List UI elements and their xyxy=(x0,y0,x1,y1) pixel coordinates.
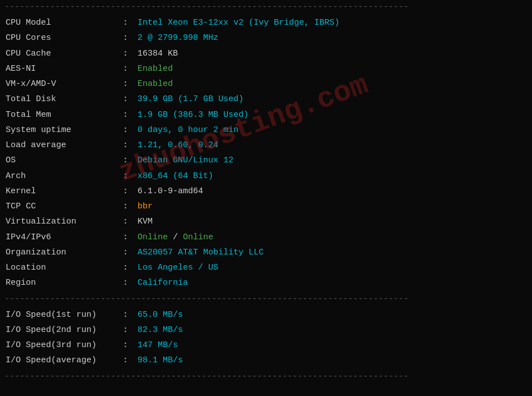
table-row: CPU Cache : 16384 KB xyxy=(0,46,532,61)
table-row: VM-x/AMD-V : Enabled xyxy=(0,76,532,92)
colon: : xyxy=(118,276,128,289)
value-total-mem: 1.9 GB (386.3 MB Used) xyxy=(132,108,249,121)
label-tcp-cc: TCP CC xyxy=(6,200,118,213)
value-location: Los Angeles / US xyxy=(132,261,218,274)
system-info-section: CPU Model : Intel Xeon E3-12xx v2 (Ivy B… xyxy=(0,14,532,292)
label-cpu-model: CPU Model xyxy=(6,16,118,29)
table-row: CPU Cores : 2 @ 2799.998 MHz xyxy=(0,30,532,45)
label-aes-ni: AES-NI xyxy=(6,62,118,75)
colon: : xyxy=(118,339,128,352)
colon: : xyxy=(118,261,128,274)
label-location: Location xyxy=(6,261,118,274)
label-os: OS xyxy=(6,154,118,167)
label-io-2nd: I/O Speed(2nd run) xyxy=(6,324,118,336)
value-ipv4-ipv6: Online xyxy=(132,231,168,244)
table-row: IPv4/IPv6 : Online / Online xyxy=(0,230,532,245)
label-io-1st: I/O Speed(1st run) xyxy=(6,308,118,321)
value-total-disk: 39.9 GB (1.7 GB Used) xyxy=(132,93,244,106)
value-cpu-model: Intel Xeon E3-12xx v2 (Ivy Bridge, IBRS) xyxy=(132,16,340,29)
table-row: Total Mem : 1.9 GB (386.3 MB Used) xyxy=(0,107,532,122)
table-row: TCP CC : bbr xyxy=(0,199,532,214)
value-kernel: 6.1.0-9-amd64 xyxy=(132,185,203,198)
value-io-1st: 65.0 MB/s xyxy=(132,308,183,321)
label-cpu-cache: CPU Cache xyxy=(6,47,118,60)
terminal: zhuohosting.com ------------------------… xyxy=(0,0,532,384)
label-cpu-cores: CPU Cores xyxy=(6,31,118,44)
label-ipv4-ipv6: IPv4/IPv6 xyxy=(6,231,118,244)
value-vmx: Enabled xyxy=(132,78,173,90)
table-row: Virtualization : KVM xyxy=(0,214,532,229)
value-region: California xyxy=(132,276,188,289)
value-arch: x86_64 (64 Bit) xyxy=(132,170,213,183)
value-tcp-cc: bbr xyxy=(132,200,153,213)
label-total-disk: Total Disk xyxy=(6,93,118,106)
value-system-uptime: 0 days, 0 hour 2 min xyxy=(132,124,239,136)
table-row: I/O Speed(2nd run) : 82.3 MB/s xyxy=(0,322,532,338)
label-io-3rd: I/O Speed(3rd run) xyxy=(6,339,118,352)
table-row: I/O Speed(3rd run) : 147 MB/s xyxy=(0,338,532,353)
colon: : xyxy=(118,246,128,259)
colon: : xyxy=(118,154,128,167)
label-io-avg: I/O Speed(average) xyxy=(6,354,118,367)
table-row: AES-NI : Enabled xyxy=(0,61,532,76)
table-row: I/O Speed(1st run) : 65.0 MB/s xyxy=(0,307,532,322)
colon: : xyxy=(118,354,128,367)
label-region: Region xyxy=(6,276,118,289)
table-row: Total Disk : 39.9 GB (1.7 GB Used) xyxy=(0,92,532,107)
value-organization: AS20057 AT&T Mobility LLC xyxy=(132,246,264,259)
label-vmx: VM-x/AMD-V xyxy=(6,78,118,90)
value-virtualization: KVM xyxy=(132,215,153,228)
value-io-2nd: 82.3 MB/s xyxy=(132,324,183,336)
bottom-divider: ----------------------------------------… xyxy=(0,370,532,384)
label-organization: Organization xyxy=(6,246,118,259)
colon: : xyxy=(118,215,128,228)
label-total-mem: Total Mem xyxy=(6,108,118,121)
colon: : xyxy=(118,124,128,136)
colon: : xyxy=(118,16,128,29)
colon: : xyxy=(118,62,128,75)
table-row: Organization : AS20057 AT&T Mobility LLC xyxy=(0,245,532,260)
table-row: CPU Model : Intel Xeon E3-12xx v2 (Ivy B… xyxy=(0,15,532,30)
label-load-average: Load average xyxy=(6,139,118,152)
table-row: System uptime : 0 days, 0 hour 2 min xyxy=(0,122,532,138)
top-divider: ----------------------------------------… xyxy=(0,0,532,14)
table-row: Arch : x86_64 (64 Bit) xyxy=(0,169,532,184)
colon: : xyxy=(118,170,128,183)
io-speed-section: I/O Speed(1st run) : 65.0 MB/s I/O Speed… xyxy=(0,306,532,370)
colon: : xyxy=(118,324,128,336)
colon: : xyxy=(118,200,128,213)
table-row: Kernel : 6.1.0-9-amd64 xyxy=(0,184,532,199)
table-row: OS : Debian GNU/Linux 12 xyxy=(0,153,532,168)
value-io-avg: 98.1 MB/s xyxy=(132,354,183,367)
table-row: Location : Los Angeles / US xyxy=(0,260,532,275)
value-load-average: 1.21, 0.60, 0.24 xyxy=(132,139,218,152)
colon: : xyxy=(118,93,128,106)
colon: : xyxy=(118,185,128,198)
table-row: I/O Speed(average) : 98.1 MB/s xyxy=(0,353,532,368)
colon: : xyxy=(118,308,128,321)
colon: : xyxy=(118,31,128,44)
label-system-uptime: System uptime xyxy=(6,124,118,136)
colon: : xyxy=(118,139,128,152)
table-row: Region : California xyxy=(0,275,532,290)
value-cpu-cache: 16384 KB xyxy=(132,47,178,60)
colon: : xyxy=(118,78,128,90)
label-virtualization: Virtualization xyxy=(6,215,118,228)
colon: : xyxy=(118,231,128,244)
ipv-slash: / xyxy=(168,231,183,244)
value-ipv6: Online xyxy=(183,231,213,244)
label-kernel: Kernel xyxy=(6,185,118,198)
label-arch: Arch xyxy=(6,170,118,183)
table-row: Load average : 1.21, 0.60, 0.24 xyxy=(0,138,532,153)
value-io-3rd: 147 MB/s xyxy=(132,339,178,352)
colon: : xyxy=(118,108,128,121)
value-aes-ni: Enabled xyxy=(132,62,173,75)
value-cpu-cores: 2 @ 2799.998 MHz xyxy=(132,31,218,44)
value-os: Debian GNU/Linux 12 xyxy=(132,154,233,167)
mid-divider: ----------------------------------------… xyxy=(0,292,532,306)
colon: : xyxy=(118,47,128,60)
